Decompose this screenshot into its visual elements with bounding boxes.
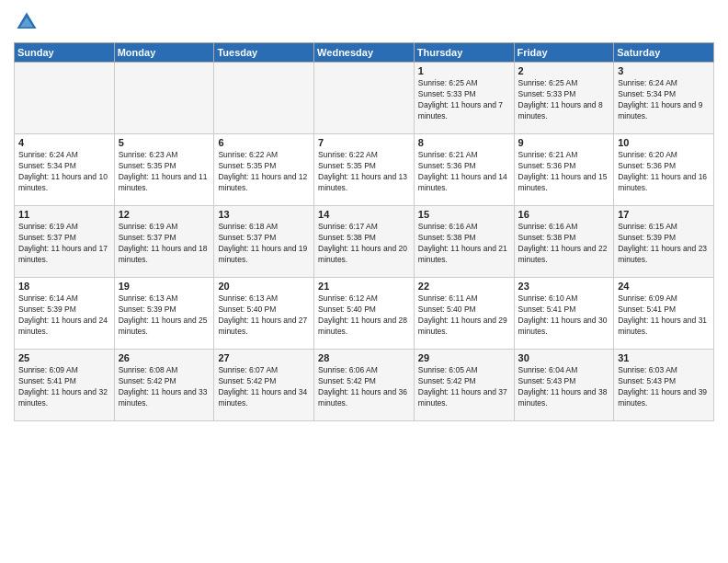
calendar-cell: 26Sunrise: 6:08 AM Sunset: 5:42 PM Dayli… bbox=[114, 350, 214, 421]
calendar-body: 1Sunrise: 6:25 AM Sunset: 5:33 PM Daylig… bbox=[15, 63, 714, 421]
calendar-cell: 6Sunrise: 6:22 AM Sunset: 5:35 PM Daylig… bbox=[214, 134, 314, 206]
calendar-week-4: 25Sunrise: 6:09 AM Sunset: 5:41 PM Dayli… bbox=[15, 350, 714, 421]
day-number: 30 bbox=[518, 352, 610, 363]
calendar-cell: 8Sunrise: 6:21 AM Sunset: 5:36 PM Daylig… bbox=[414, 134, 514, 206]
calendar-cell: 13Sunrise: 6:18 AM Sunset: 5:37 PM Dayli… bbox=[214, 206, 314, 278]
day-number: 2 bbox=[518, 65, 610, 76]
day-info: Sunrise: 6:13 AM Sunset: 5:39 PM Dayligh… bbox=[119, 293, 210, 338]
calendar-cell: 31Sunrise: 6:03 AM Sunset: 5:43 PM Dayli… bbox=[614, 350, 714, 421]
day-number: 21 bbox=[318, 281, 410, 292]
weekday-saturday: Saturday bbox=[614, 43, 714, 63]
day-info: Sunrise: 6:05 AM Sunset: 5:42 PM Dayligh… bbox=[418, 365, 510, 409]
day-number: 26 bbox=[119, 352, 210, 363]
calendar-cell: 2Sunrise: 6:25 AM Sunset: 5:33 PM Daylig… bbox=[514, 63, 614, 134]
day-info: Sunrise: 6:09 AM Sunset: 5:41 PM Dayligh… bbox=[18, 365, 110, 409]
day-number: 11 bbox=[18, 209, 110, 220]
calendar-cell bbox=[15, 63, 115, 134]
day-info: Sunrise: 6:20 AM Sunset: 5:36 PM Dayligh… bbox=[618, 150, 710, 194]
calendar-week-2: 11Sunrise: 6:19 AM Sunset: 5:37 PM Dayli… bbox=[15, 206, 714, 278]
day-number: 9 bbox=[518, 137, 610, 148]
calendar-week-3: 18Sunrise: 6:14 AM Sunset: 5:39 PM Dayli… bbox=[15, 278, 714, 350]
day-info: Sunrise: 6:04 AM Sunset: 5:43 PM Dayligh… bbox=[518, 365, 610, 409]
calendar-cell: 15Sunrise: 6:16 AM Sunset: 5:38 PM Dayli… bbox=[414, 206, 514, 278]
day-info: Sunrise: 6:21 AM Sunset: 5:36 PM Dayligh… bbox=[418, 150, 510, 194]
day-number: 3 bbox=[618, 65, 710, 76]
day-info: Sunrise: 6:16 AM Sunset: 5:38 PM Dayligh… bbox=[418, 222, 510, 266]
calendar-cell: 18Sunrise: 6:14 AM Sunset: 5:39 PM Dayli… bbox=[15, 278, 115, 350]
day-info: Sunrise: 6:17 AM Sunset: 5:38 PM Dayligh… bbox=[318, 222, 410, 266]
day-number: 16 bbox=[518, 209, 610, 220]
day-number: 22 bbox=[418, 281, 510, 292]
calendar-cell: 3Sunrise: 6:24 AM Sunset: 5:34 PM Daylig… bbox=[614, 63, 714, 134]
day-info: Sunrise: 6:09 AM Sunset: 5:41 PM Dayligh… bbox=[618, 293, 710, 338]
day-number: 14 bbox=[318, 209, 410, 220]
day-info: Sunrise: 6:13 AM Sunset: 5:40 PM Dayligh… bbox=[218, 293, 310, 338]
calendar-cell: 19Sunrise: 6:13 AM Sunset: 5:39 PM Dayli… bbox=[114, 278, 214, 350]
day-number: 29 bbox=[418, 352, 510, 363]
day-number: 20 bbox=[218, 281, 310, 292]
day-number: 1 bbox=[418, 65, 510, 76]
day-info: Sunrise: 6:21 AM Sunset: 5:36 PM Dayligh… bbox=[518, 150, 610, 194]
day-number: 28 bbox=[318, 352, 410, 363]
day-number: 4 bbox=[18, 137, 110, 148]
day-info: Sunrise: 6:15 AM Sunset: 5:39 PM Dayligh… bbox=[618, 222, 710, 266]
day-info: Sunrise: 6:03 AM Sunset: 5:43 PM Dayligh… bbox=[618, 365, 710, 409]
weekday-sunday: Sunday bbox=[15, 43, 115, 63]
day-info: Sunrise: 6:11 AM Sunset: 5:40 PM Dayligh… bbox=[418, 293, 510, 338]
calendar-cell: 21Sunrise: 6:12 AM Sunset: 5:40 PM Dayli… bbox=[314, 278, 415, 350]
day-info: Sunrise: 6:22 AM Sunset: 5:35 PM Dayligh… bbox=[218, 150, 310, 194]
day-number: 19 bbox=[119, 281, 210, 292]
day-info: Sunrise: 6:06 AM Sunset: 5:42 PM Dayligh… bbox=[318, 365, 410, 409]
day-info: Sunrise: 6:10 AM Sunset: 5:41 PM Dayligh… bbox=[518, 293, 610, 338]
day-info: Sunrise: 6:25 AM Sunset: 5:33 PM Dayligh… bbox=[418, 78, 510, 122]
day-info: Sunrise: 6:14 AM Sunset: 5:39 PM Dayligh… bbox=[18, 293, 110, 338]
calendar-cell: 27Sunrise: 6:07 AM Sunset: 5:42 PM Dayli… bbox=[214, 350, 314, 421]
day-number: 25 bbox=[18, 352, 110, 363]
day-number: 10 bbox=[618, 137, 710, 148]
calendar-cell: 23Sunrise: 6:10 AM Sunset: 5:41 PM Dayli… bbox=[514, 278, 614, 350]
day-number: 17 bbox=[618, 209, 710, 220]
calendar-cell: 17Sunrise: 6:15 AM Sunset: 5:39 PM Dayli… bbox=[614, 206, 714, 278]
calendar-cell: 10Sunrise: 6:20 AM Sunset: 5:36 PM Dayli… bbox=[614, 134, 714, 206]
calendar-cell bbox=[114, 63, 214, 134]
day-number: 12 bbox=[119, 209, 210, 220]
day-info: Sunrise: 6:22 AM Sunset: 5:35 PM Dayligh… bbox=[318, 150, 410, 194]
calendar-cell: 22Sunrise: 6:11 AM Sunset: 5:40 PM Dayli… bbox=[414, 278, 514, 350]
day-info: Sunrise: 6:08 AM Sunset: 5:42 PM Dayligh… bbox=[119, 365, 210, 409]
calendar-cell bbox=[214, 63, 314, 134]
calendar-cell: 12Sunrise: 6:19 AM Sunset: 5:37 PM Dayli… bbox=[114, 206, 214, 278]
day-number: 31 bbox=[618, 352, 710, 363]
weekday-header-row: SundayMondayTuesdayWednesdayThursdayFrid… bbox=[15, 43, 714, 63]
day-number: 7 bbox=[318, 137, 410, 148]
logo bbox=[14, 9, 43, 35]
day-info: Sunrise: 6:19 AM Sunset: 5:37 PM Dayligh… bbox=[18, 222, 110, 266]
day-number: 15 bbox=[418, 209, 510, 220]
day-info: Sunrise: 6:25 AM Sunset: 5:33 PM Dayligh… bbox=[518, 78, 610, 122]
calendar-cell: 7Sunrise: 6:22 AM Sunset: 5:35 PM Daylig… bbox=[314, 134, 415, 206]
day-info: Sunrise: 6:18 AM Sunset: 5:37 PM Dayligh… bbox=[218, 222, 310, 266]
day-info: Sunrise: 6:07 AM Sunset: 5:42 PM Dayligh… bbox=[218, 365, 310, 409]
calendar-week-0: 1Sunrise: 6:25 AM Sunset: 5:33 PM Daylig… bbox=[15, 63, 714, 134]
day-info: Sunrise: 6:12 AM Sunset: 5:40 PM Dayligh… bbox=[318, 293, 410, 338]
weekday-friday: Friday bbox=[514, 43, 614, 63]
calendar-header: SundayMondayTuesdayWednesdayThursdayFrid… bbox=[15, 43, 714, 63]
calendar-cell: 5Sunrise: 6:23 AM Sunset: 5:35 PM Daylig… bbox=[114, 134, 214, 206]
weekday-monday: Monday bbox=[114, 43, 214, 63]
weekday-thursday: Thursday bbox=[414, 43, 514, 63]
day-number: 5 bbox=[119, 137, 210, 148]
day-number: 27 bbox=[218, 352, 310, 363]
calendar-week-1: 4Sunrise: 6:24 AM Sunset: 5:34 PM Daylig… bbox=[15, 134, 714, 206]
calendar-cell bbox=[314, 63, 415, 134]
calendar-cell: 24Sunrise: 6:09 AM Sunset: 5:41 PM Dayli… bbox=[614, 278, 714, 350]
day-info: Sunrise: 6:19 AM Sunset: 5:37 PM Dayligh… bbox=[119, 222, 210, 266]
calendar-cell: 28Sunrise: 6:06 AM Sunset: 5:42 PM Dayli… bbox=[314, 350, 415, 421]
day-number: 8 bbox=[418, 137, 510, 148]
day-info: Sunrise: 6:23 AM Sunset: 5:35 PM Dayligh… bbox=[119, 150, 210, 194]
calendar-cell: 4Sunrise: 6:24 AM Sunset: 5:34 PM Daylig… bbox=[15, 134, 115, 206]
weekday-wednesday: Wednesday bbox=[314, 43, 415, 63]
calendar-cell: 1Sunrise: 6:25 AM Sunset: 5:33 PM Daylig… bbox=[414, 63, 514, 134]
calendar-cell: 25Sunrise: 6:09 AM Sunset: 5:41 PM Dayli… bbox=[15, 350, 115, 421]
page-header bbox=[14, 9, 714, 35]
weekday-tuesday: Tuesday bbox=[214, 43, 314, 63]
calendar-cell: 30Sunrise: 6:04 AM Sunset: 5:43 PM Dayli… bbox=[514, 350, 614, 421]
